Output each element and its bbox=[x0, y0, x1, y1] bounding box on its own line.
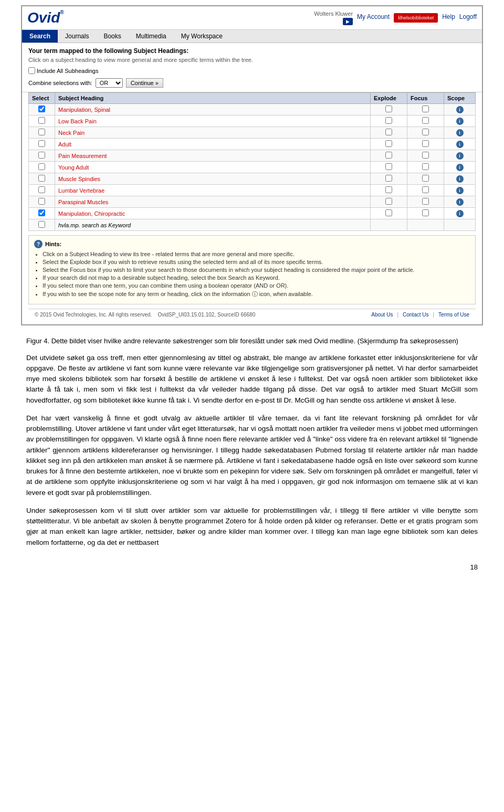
paragraph-1: Det har vært vanskelig å finne et godt u… bbox=[26, 413, 478, 498]
focus-checkbox-5[interactable] bbox=[422, 163, 429, 170]
combine-row: Combine selections with: OR AND Continue… bbox=[28, 78, 476, 88]
row-checkbox-0[interactable] bbox=[38, 106, 45, 112]
search-area: Your term mapped to the following Subjec… bbox=[22, 43, 482, 92]
nav-multimedia[interactable]: Multimedia bbox=[129, 30, 174, 43]
about-us-link[interactable]: About Us bbox=[371, 312, 393, 318]
row-checkbox-4[interactable] bbox=[38, 152, 45, 159]
wk-badge: ▶ bbox=[343, 18, 353, 25]
subject-heading-link[interactable]: Low Back Pain bbox=[58, 118, 97, 124]
row-checkbox-2[interactable] bbox=[38, 129, 45, 135]
wk-label: Wolters Kluwer bbox=[314, 10, 353, 17]
explode-checkbox-5[interactable] bbox=[385, 163, 392, 170]
explode-checkbox-4[interactable] bbox=[385, 152, 392, 159]
explode-checkbox-8[interactable] bbox=[385, 198, 392, 205]
subject-heading-link[interactable]: Manipulation, Chiropractic bbox=[58, 210, 125, 217]
explode-checkbox-2[interactable] bbox=[385, 129, 392, 135]
explode-checkbox-7[interactable] bbox=[385, 186, 392, 193]
col-header-heading: Subject Heading bbox=[55, 93, 371, 104]
focus-checkbox-3[interactable] bbox=[422, 140, 429, 147]
explode-checkbox-0[interactable] bbox=[385, 106, 392, 112]
scope-info-icon-3[interactable]: i bbox=[456, 141, 464, 148]
scope-info-icon-4[interactable]: i bbox=[456, 152, 464, 160]
row-checkbox-9[interactable] bbox=[38, 209, 45, 216]
row-checkbox-3[interactable] bbox=[38, 140, 45, 147]
table-row: Adulti bbox=[29, 139, 476, 150]
scope-info-icon-7[interactable]: i bbox=[456, 187, 464, 194]
hints-label: Hints: bbox=[45, 241, 61, 247]
scope-info-icon-5[interactable]: i bbox=[456, 164, 464, 171]
copyright-text: © 2015 Ovid Technologies, Inc. All right… bbox=[35, 312, 152, 318]
logoff-link[interactable]: Logoff bbox=[459, 13, 477, 23]
nav-books[interactable]: Books bbox=[96, 30, 128, 43]
subject-heading-link[interactable]: Young Adult bbox=[58, 164, 89, 171]
subject-heading-link[interactable]: Pain Measurement bbox=[58, 153, 107, 159]
table-row: hvla.mp. search as Keyword bbox=[29, 219, 476, 231]
focus-checkbox-2[interactable] bbox=[422, 129, 429, 135]
table-row: Paraspinal Musclesi bbox=[29, 196, 476, 208]
footer-copyright: © 2015 Ovid Technologies, Inc. All right… bbox=[35, 312, 255, 318]
explode-checkbox-1[interactable] bbox=[385, 117, 392, 124]
scope-info-icon-6[interactable]: i bbox=[456, 175, 464, 183]
subject-heading-link[interactable]: Manipulation, Spinal bbox=[58, 107, 110, 113]
hints-header: ? Hints: bbox=[34, 240, 470, 248]
page-number: 18 bbox=[0, 561, 504, 576]
focus-checkbox-6[interactable] bbox=[422, 175, 429, 182]
help-link[interactable]: Help bbox=[442, 13, 455, 23]
mapped-subtitle: Click on a subject heading to view more … bbox=[28, 57, 476, 63]
scope-info-icon-1[interactable]: i bbox=[456, 118, 464, 125]
screenshot-frame: Ovid® Wolters Kluwer ▶ My Account lilhel… bbox=[21, 5, 483, 325]
subject-heading-link[interactable]: Muscle Spindies bbox=[58, 176, 100, 182]
table-row: Neck Paini bbox=[29, 127, 476, 139]
row-checkbox-7[interactable] bbox=[38, 186, 45, 193]
hints-list: Click on a Subject Heading to view its t… bbox=[34, 251, 470, 298]
ovid-header: Ovid® Wolters Kluwer ▶ My Account lilhel… bbox=[22, 6, 482, 30]
subject-heading-link[interactable]: Adult bbox=[58, 141, 71, 147]
focus-checkbox-1[interactable] bbox=[422, 117, 429, 124]
paragraph-0: Det utvidete søket ga oss treff, men ett… bbox=[26, 353, 478, 406]
scope-info-icon-2[interactable]: i bbox=[456, 129, 464, 136]
explode-checkbox-6[interactable] bbox=[385, 175, 392, 182]
subject-heading-link[interactable]: Paraspinal Muscles bbox=[58, 199, 108, 205]
subject-heading-link[interactable]: Neck Pain bbox=[58, 130, 85, 136]
header-right: Wolters Kluwer ▶ My Account lilhelsobibl… bbox=[314, 10, 477, 25]
hint-item-0: Click on a Subject Heading to view its t… bbox=[43, 251, 470, 257]
include-all-checkbox[interactable] bbox=[28, 67, 35, 74]
row-checkbox-8[interactable] bbox=[38, 198, 45, 205]
subject-heading-link[interactable]: Lumbar Vertebrae bbox=[58, 187, 104, 194]
terms-of-use-link[interactable]: Terms of Use bbox=[438, 312, 469, 318]
focus-checkbox-9[interactable] bbox=[422, 209, 429, 216]
scope-info-icon-8[interactable]: i bbox=[456, 198, 464, 206]
helsebibliotek-button[interactable]: lilhelsobiblioteket bbox=[394, 13, 438, 23]
scope-info-icon-0[interactable]: i bbox=[456, 106, 464, 113]
include-all-label[interactable]: Include All Subheadings bbox=[28, 67, 98, 74]
table-row: Muscle Spindiesi bbox=[29, 173, 476, 185]
focus-checkbox-0[interactable] bbox=[422, 106, 429, 112]
nav-search[interactable]: Search bbox=[22, 30, 58, 43]
nav-journals[interactable]: Journals bbox=[58, 30, 96, 43]
hint-item-5: If you wish to see the scope note for an… bbox=[43, 290, 470, 298]
combine-select[interactable]: OR AND bbox=[96, 78, 123, 88]
focus-checkbox-7[interactable] bbox=[422, 186, 429, 193]
options-row: Include All Subheadings bbox=[28, 67, 476, 74]
contact-us-link[interactable]: Contact Us bbox=[403, 312, 428, 318]
table-row: Lumbar Vertebraei bbox=[29, 185, 476, 196]
my-account-link[interactable]: My Account bbox=[357, 13, 390, 23]
explode-checkbox-3[interactable] bbox=[385, 140, 392, 147]
row-checkbox-5[interactable] bbox=[38, 163, 45, 170]
continue-button[interactable]: Continue » bbox=[126, 78, 163, 88]
paragraph-2: Under søkeprosessen kom vi til slutt ove… bbox=[26, 505, 478, 548]
focus-checkbox-8[interactable] bbox=[422, 198, 429, 205]
version-text: OvidSP_UI03.15.01.102, SourceID 66680 bbox=[158, 312, 256, 318]
focus-checkbox-4[interactable] bbox=[422, 152, 429, 159]
footer-links: About Us | Contact Us | Terms of Use bbox=[371, 312, 469, 318]
row-checkbox-10[interactable] bbox=[38, 221, 45, 228]
results-table: Select Subject Heading Explode Focus Sco… bbox=[28, 92, 476, 231]
explode-checkbox-9[interactable] bbox=[385, 209, 392, 216]
table-row: Pain Measurementi bbox=[29, 150, 476, 162]
hint-item-4: If you select more than one term, you ca… bbox=[43, 282, 470, 289]
row-checkbox-6[interactable] bbox=[38, 175, 45, 182]
scope-info-icon-9[interactable]: i bbox=[456, 210, 464, 217]
row-checkbox-1[interactable] bbox=[38, 117, 45, 124]
table-container: Select Subject Heading Explode Focus Sco… bbox=[22, 92, 482, 231]
nav-my-workspace[interactable]: My Workspace bbox=[174, 30, 230, 43]
